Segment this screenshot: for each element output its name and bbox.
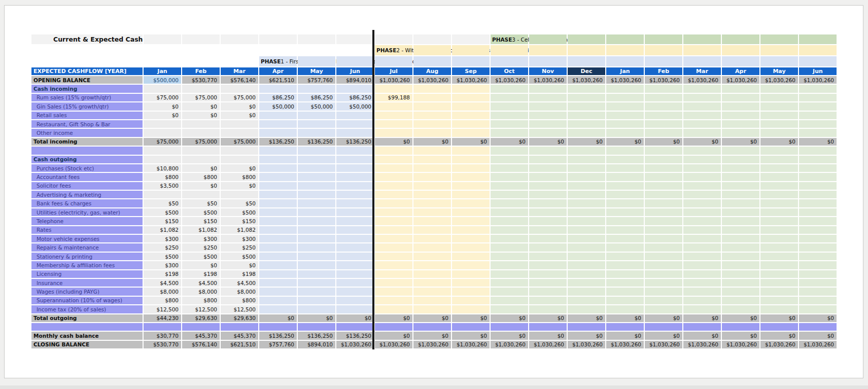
value-cell[interactable] — [298, 297, 335, 304]
value-cell[interactable] — [722, 226, 759, 234]
value-cell[interactable] — [336, 323, 374, 331]
value-cell[interactable]: $198 — [221, 270, 258, 278]
value-cell[interactable] — [568, 297, 605, 304]
row-label[interactable]: Motor vehicle expenses — [31, 235, 143, 242]
value-cell[interactable] — [683, 191, 721, 198]
banner-cell[interactable] — [298, 34, 335, 44]
value-cell[interactable] — [568, 261, 605, 269]
value-cell[interactable]: $894,010 — [298, 341, 335, 348]
value-cell[interactable]: $0 — [799, 332, 837, 339]
value-cell[interactable]: $0 — [568, 314, 605, 322]
value-cell[interactable] — [606, 270, 644, 278]
value-cell[interactable]: $0 — [375, 138, 412, 146]
value-cell[interactable]: $1,030,260 — [336, 341, 374, 348]
row-label[interactable]: Rum sales (15% growth/qtr) — [31, 94, 143, 101]
value-cell[interactable]: $136,250 — [336, 138, 374, 146]
value-cell[interactable] — [375, 226, 412, 234]
value-cell[interactable]: $800 — [221, 173, 258, 181]
row-label[interactable]: Insurance — [31, 279, 143, 287]
value-cell[interactable] — [529, 156, 567, 163]
value-cell[interactable] — [413, 288, 451, 295]
value-cell[interactable] — [452, 147, 490, 154]
value-cell[interactable]: $50 — [182, 199, 220, 207]
value-cell[interactable] — [760, 94, 798, 101]
value-cell[interactable] — [799, 208, 837, 216]
value-cell[interactable] — [413, 243, 451, 251]
value-cell[interactable] — [375, 270, 412, 278]
row-label[interactable]: Retail sales — [31, 112, 143, 119]
value-cell[interactable] — [568, 279, 605, 287]
banner-cell[interactable] — [683, 45, 721, 55]
value-cell[interactable] — [645, 208, 682, 216]
value-cell[interactable] — [375, 85, 412, 92]
value-cell[interactable] — [375, 288, 412, 295]
value-cell[interactable] — [375, 297, 412, 304]
value-cell[interactable] — [568, 235, 605, 242]
value-cell[interactable] — [452, 323, 490, 331]
banner-cell[interactable] — [144, 45, 181, 55]
value-cell[interactable] — [144, 120, 181, 128]
value-cell[interactable]: $1,030,260 — [760, 76, 798, 84]
value-cell[interactable]: $0 — [529, 314, 567, 322]
value-cell[interactable]: $136,250 — [336, 332, 374, 339]
value-cell[interactable] — [568, 112, 605, 119]
value-cell[interactable]: $50 — [221, 199, 258, 207]
value-cell[interactable]: $29,630 — [221, 314, 258, 322]
value-cell[interactable] — [491, 323, 528, 331]
value-cell[interactable]: $75,000 — [144, 138, 181, 146]
value-cell[interactable] — [452, 270, 490, 278]
value-cell[interactable] — [645, 279, 682, 287]
value-cell[interactable] — [760, 182, 798, 190]
value-cell[interactable]: $500 — [221, 253, 258, 260]
value-cell[interactable]: $12,500 — [182, 305, 220, 313]
value-cell[interactable] — [529, 217, 567, 225]
banner-cell[interactable] — [760, 45, 798, 55]
value-cell[interactable]: $800 — [144, 173, 181, 181]
value-cell[interactable] — [606, 85, 644, 92]
value-cell[interactable]: $1,030,260 — [645, 76, 682, 84]
value-cell[interactable] — [606, 147, 644, 154]
value-cell[interactable] — [799, 147, 837, 154]
value-cell[interactable] — [336, 85, 374, 92]
row-label[interactable]: Accountant fees — [31, 173, 143, 181]
value-cell[interactable] — [375, 323, 412, 331]
value-cell[interactable] — [645, 147, 682, 154]
value-cell[interactable] — [298, 120, 335, 128]
value-cell[interactable]: $0 — [221, 261, 258, 269]
value-cell[interactable] — [760, 102, 798, 110]
value-cell[interactable] — [452, 120, 490, 128]
value-cell[interactable] — [760, 297, 798, 304]
value-cell[interactable]: $4,500 — [182, 279, 220, 287]
value-cell[interactable] — [645, 217, 682, 225]
value-cell[interactable] — [799, 191, 837, 198]
value-cell[interactable]: $150 — [144, 217, 181, 225]
value-cell[interactable] — [259, 147, 297, 154]
value-cell[interactable] — [298, 323, 335, 331]
value-cell[interactable]: $4,500 — [144, 279, 181, 287]
value-cell[interactable] — [529, 279, 567, 287]
value-cell[interactable] — [336, 270, 374, 278]
banner-cell[interactable] — [182, 34, 220, 44]
value-cell[interactable] — [799, 156, 837, 163]
value-cell[interactable] — [259, 226, 297, 234]
value-cell[interactable] — [760, 112, 798, 119]
value-cell[interactable] — [413, 279, 451, 287]
value-cell[interactable] — [683, 288, 721, 295]
value-cell[interactable]: $0 — [413, 314, 451, 322]
value-cell[interactable] — [336, 191, 374, 198]
value-cell[interactable] — [683, 182, 721, 190]
value-cell[interactable] — [259, 164, 297, 172]
value-cell[interactable] — [568, 120, 605, 128]
value-cell[interactable] — [799, 120, 837, 128]
column-header-month[interactable]: Mar — [683, 67, 721, 75]
value-cell[interactable] — [298, 147, 335, 154]
value-cell[interactable] — [491, 173, 528, 181]
value-cell[interactable] — [645, 85, 682, 92]
value-cell[interactable] — [606, 182, 644, 190]
value-cell[interactable] — [529, 173, 567, 181]
value-cell[interactable] — [298, 261, 335, 269]
banner-cell[interactable] — [336, 34, 374, 44]
value-cell[interactable] — [568, 191, 605, 198]
value-cell[interactable] — [568, 208, 605, 216]
value-cell[interactable]: $500 — [221, 208, 258, 216]
